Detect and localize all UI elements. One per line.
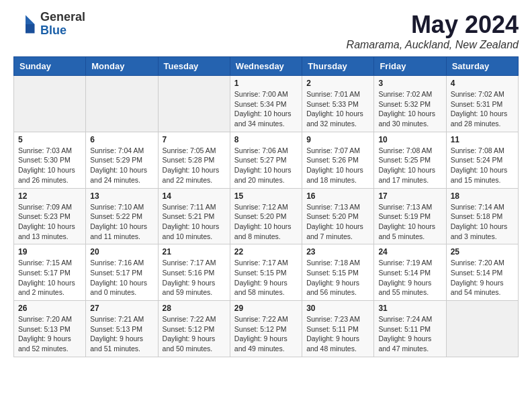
day-info: Sunrise: 7:11 AM Sunset: 5:21 PM Dayligh…	[163, 202, 226, 242]
day-info: Sunrise: 7:21 AM Sunset: 5:13 PM Dayligh…	[90, 314, 153, 354]
calendar-cell: 12Sunrise: 7:09 AM Sunset: 5:23 PM Dayli…	[14, 188, 86, 244]
calendar-cell: 3Sunrise: 7:02 AM Sunset: 5:32 PM Daylig…	[374, 76, 446, 132]
calendar-cell: 17Sunrise: 7:13 AM Sunset: 5:19 PM Dayli…	[374, 188, 446, 244]
day-number: 5	[18, 135, 81, 144]
calendar-cell: 24Sunrise: 7:19 AM Sunset: 5:14 PM Dayli…	[374, 244, 446, 301]
calendar-cell: 15Sunrise: 7:12 AM Sunset: 5:20 PM Dayli…	[230, 188, 302, 244]
page-header: General Blue May 2024 Ramarama, Auckland…	[13, 11, 519, 51]
day-info: Sunrise: 7:23 AM Sunset: 5:11 PM Dayligh…	[306, 314, 369, 354]
day-info: Sunrise: 7:07 AM Sunset: 5:26 PM Dayligh…	[306, 146, 369, 185]
calendar-cell: 19Sunrise: 7:15 AM Sunset: 5:17 PM Dayli…	[14, 244, 86, 301]
calendar-cell: 18Sunrise: 7:14 AM Sunset: 5:18 PM Dayli…	[446, 188, 518, 244]
day-number: 12	[18, 191, 81, 201]
day-number: 2	[306, 79, 369, 88]
day-number: 10	[378, 135, 441, 144]
day-info: Sunrise: 7:08 AM Sunset: 5:25 PM Dayligh…	[378, 146, 441, 185]
calendar-cell: 20Sunrise: 7:16 AM Sunset: 5:17 PM Dayli…	[86, 244, 158, 301]
day-number: 26	[18, 304, 81, 313]
day-number: 15	[234, 191, 298, 201]
weekday-header-thursday: Thursday	[302, 57, 374, 76]
day-info: Sunrise: 7:06 AM Sunset: 5:27 PM Dayligh…	[234, 146, 298, 185]
day-info: Sunrise: 7:24 AM Sunset: 5:11 PM Dayligh…	[378, 314, 441, 354]
day-info: Sunrise: 7:14 AM Sunset: 5:18 PM Dayligh…	[451, 202, 514, 242]
weekday-header-tuesday: Tuesday	[158, 57, 230, 76]
day-number: 1	[234, 79, 298, 88]
day-info: Sunrise: 7:20 AM Sunset: 5:13 PM Dayligh…	[18, 314, 81, 354]
calendar-cell: 26Sunrise: 7:20 AM Sunset: 5:13 PM Dayli…	[14, 301, 86, 357]
day-info: Sunrise: 7:00 AM Sunset: 5:34 PM Dayligh…	[234, 89, 298, 129]
calendar-cell: 4Sunrise: 7:02 AM Sunset: 5:31 PM Daylig…	[446, 76, 518, 132]
day-number: 22	[234, 247, 298, 257]
calendar-cell: 25Sunrise: 7:20 AM Sunset: 5:14 PM Dayli…	[446, 244, 518, 301]
day-info: Sunrise: 7:13 AM Sunset: 5:19 PM Dayligh…	[378, 202, 441, 242]
day-number: 4	[451, 79, 514, 88]
day-info: Sunrise: 7:20 AM Sunset: 5:14 PM Dayligh…	[451, 258, 514, 298]
day-number: 20	[90, 247, 153, 257]
calendar-cell: 16Sunrise: 7:13 AM Sunset: 5:20 PM Dayli…	[302, 188, 374, 244]
day-info: Sunrise: 7:02 AM Sunset: 5:31 PM Dayligh…	[451, 89, 514, 129]
day-number: 28	[163, 304, 226, 313]
calendar-cell	[158, 76, 230, 132]
calendar-cell	[14, 76, 86, 132]
calendar-cell	[86, 76, 158, 132]
day-info: Sunrise: 7:08 AM Sunset: 5:24 PM Dayligh…	[451, 146, 514, 185]
day-info: Sunrise: 7:09 AM Sunset: 5:23 PM Dayligh…	[18, 202, 81, 242]
weekday-header-sunday: Sunday	[14, 57, 86, 76]
day-info: Sunrise: 7:05 AM Sunset: 5:28 PM Dayligh…	[163, 146, 226, 185]
weekday-header-saturday: Saturday	[446, 57, 518, 76]
day-number: 25	[451, 247, 514, 257]
calendar-week-5: 26Sunrise: 7:20 AM Sunset: 5:13 PM Dayli…	[14, 301, 519, 357]
calendar-cell: 7Sunrise: 7:05 AM Sunset: 5:28 PM Daylig…	[158, 132, 230, 188]
day-number: 31	[378, 304, 441, 313]
calendar-week-1: 1Sunrise: 7:00 AM Sunset: 5:34 PM Daylig…	[14, 76, 519, 132]
day-info: Sunrise: 7:18 AM Sunset: 5:15 PM Dayligh…	[306, 258, 369, 298]
calendar-cell	[446, 301, 518, 357]
calendar-cell: 9Sunrise: 7:07 AM Sunset: 5:26 PM Daylig…	[302, 132, 374, 188]
day-info: Sunrise: 7:02 AM Sunset: 5:32 PM Dayligh…	[378, 89, 441, 129]
calendar-cell: 29Sunrise: 7:22 AM Sunset: 5:12 PM Dayli…	[230, 301, 302, 357]
day-number: 6	[90, 135, 153, 144]
logo-text: General Blue	[40, 11, 85, 38]
month-title: May 2024	[347, 11, 519, 39]
day-number: 19	[18, 247, 81, 257]
title-block: May 2024 Ramarama, Auckland, New Zealand	[347, 11, 519, 51]
calendar-cell: 27Sunrise: 7:21 AM Sunset: 5:13 PM Dayli…	[86, 301, 158, 357]
day-number: 21	[163, 247, 226, 257]
calendar-cell: 10Sunrise: 7:08 AM Sunset: 5:25 PM Dayli…	[374, 132, 446, 188]
day-info: Sunrise: 7:17 AM Sunset: 5:15 PM Dayligh…	[234, 258, 298, 298]
calendar-cell: 14Sunrise: 7:11 AM Sunset: 5:21 PM Dayli…	[158, 188, 230, 244]
logo-blue-label: Blue	[40, 24, 85, 38]
weekday-header-friday: Friday	[374, 57, 446, 76]
calendar-header: SundayMondayTuesdayWednesdayThursdayFrid…	[14, 57, 519, 76]
day-info: Sunrise: 7:01 AM Sunset: 5:33 PM Dayligh…	[306, 89, 369, 129]
calendar-cell: 28Sunrise: 7:22 AM Sunset: 5:12 PM Dayli…	[158, 301, 230, 357]
day-number: 17	[378, 191, 441, 201]
day-number: 23	[306, 247, 369, 257]
day-info: Sunrise: 7:17 AM Sunset: 5:16 PM Dayligh…	[163, 258, 226, 298]
day-info: Sunrise: 7:19 AM Sunset: 5:14 PM Dayligh…	[378, 258, 441, 298]
weekday-header-monday: Monday	[86, 57, 158, 76]
calendar-cell: 6Sunrise: 7:04 AM Sunset: 5:29 PM Daylig…	[86, 132, 158, 188]
weekday-row: SundayMondayTuesdayWednesdayThursdayFrid…	[14, 57, 519, 76]
calendar-cell: 23Sunrise: 7:18 AM Sunset: 5:15 PM Dayli…	[302, 244, 374, 301]
calendar-cell: 31Sunrise: 7:24 AM Sunset: 5:11 PM Dayli…	[374, 301, 446, 357]
day-number: 9	[306, 135, 369, 144]
weekday-header-wednesday: Wednesday	[230, 57, 302, 76]
day-info: Sunrise: 7:16 AM Sunset: 5:17 PM Dayligh…	[90, 258, 153, 298]
logo-general-label: General	[40, 11, 85, 24]
calendar-table: SundayMondayTuesdayWednesdayThursdayFrid…	[13, 56, 519, 357]
calendar-cell: 5Sunrise: 7:03 AM Sunset: 5:30 PM Daylig…	[14, 132, 86, 188]
day-info: Sunrise: 7:15 AM Sunset: 5:17 PM Dayligh…	[18, 258, 81, 298]
svg-marker-1	[26, 24, 35, 34]
calendar-cell: 11Sunrise: 7:08 AM Sunset: 5:24 PM Dayli…	[446, 132, 518, 188]
day-info: Sunrise: 7:22 AM Sunset: 5:12 PM Dayligh…	[234, 314, 298, 354]
calendar-week-2: 5Sunrise: 7:03 AM Sunset: 5:30 PM Daylig…	[14, 132, 519, 188]
day-number: 11	[451, 135, 514, 144]
calendar-cell: 21Sunrise: 7:17 AM Sunset: 5:16 PM Dayli…	[158, 244, 230, 301]
day-number: 14	[163, 191, 226, 201]
calendar-cell: 2Sunrise: 7:01 AM Sunset: 5:33 PM Daylig…	[302, 76, 374, 132]
day-number: 8	[234, 135, 298, 144]
day-number: 16	[306, 191, 369, 201]
logo: General Blue	[13, 11, 85, 38]
location-title: Ramarama, Auckland, New Zealand	[347, 39, 519, 51]
